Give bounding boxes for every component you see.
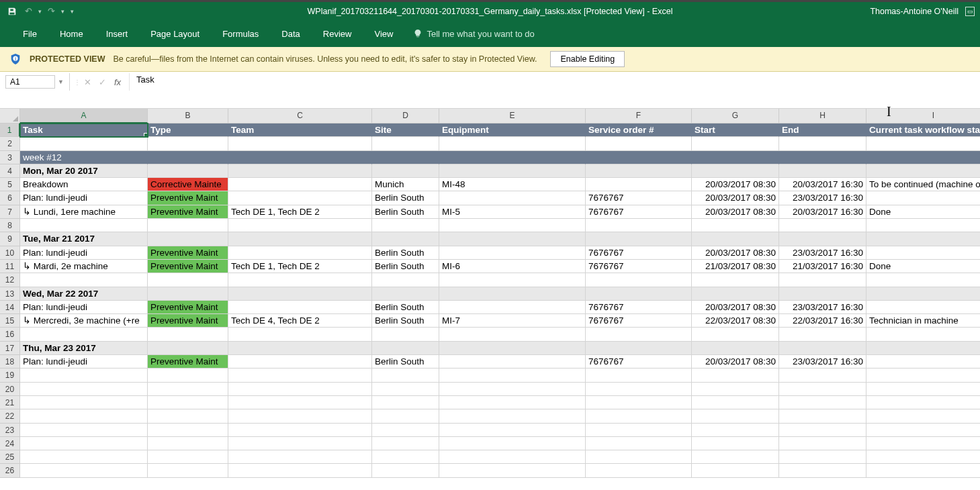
tab-formulas[interactable]: Formulas bbox=[213, 25, 268, 43]
cell-D24[interactable] bbox=[372, 437, 439, 450]
cell-A21[interactable] bbox=[20, 396, 148, 409]
column-header-I[interactable]: I bbox=[866, 109, 980, 124]
cell-A13[interactable]: Wed, Mar 22 2017 bbox=[20, 287, 148, 301]
redo-dropdown-icon[interactable]: ▾ bbox=[60, 8, 64, 15]
cell-G6[interactable]: 20/03/2017 08:30 bbox=[692, 191, 779, 205]
cell-G24[interactable] bbox=[692, 437, 779, 450]
tab-data[interactable]: Data bbox=[272, 25, 309, 43]
cell-I16[interactable] bbox=[866, 328, 980, 341]
cell-F25[interactable] bbox=[586, 450, 692, 464]
column-header-G[interactable]: G bbox=[692, 109, 779, 124]
cell-I11[interactable]: Done bbox=[866, 260, 980, 273]
cell-D8[interactable] bbox=[372, 219, 439, 232]
cell-E11[interactable]: MI-6 bbox=[439, 260, 586, 273]
cell-H21[interactable] bbox=[779, 396, 866, 409]
cell-E22[interactable] bbox=[439, 409, 586, 423]
cell-I13[interactable] bbox=[866, 287, 980, 301]
user-name[interactable]: Thomas-Antoine O'Neill bbox=[870, 7, 959, 16]
cell-D19[interactable] bbox=[372, 369, 439, 382]
row-header-10[interactable]: 10 bbox=[0, 246, 20, 260]
cell-C5[interactable] bbox=[228, 178, 372, 191]
cell-F24[interactable] bbox=[586, 437, 692, 450]
undo-dropdown-icon[interactable]: ▾ bbox=[38, 8, 42, 15]
cell-F4[interactable] bbox=[586, 164, 692, 178]
cell-B7[interactable]: Preventive Maint bbox=[148, 205, 228, 219]
cell-D7[interactable]: Berlin South bbox=[372, 205, 439, 219]
cell-B21[interactable] bbox=[148, 396, 228, 409]
row-header-21[interactable]: 21 bbox=[0, 396, 20, 409]
cell-E14[interactable] bbox=[439, 301, 586, 314]
cell-F13[interactable] bbox=[586, 287, 692, 301]
row-header-6[interactable]: 6 bbox=[0, 191, 20, 205]
cell-H10[interactable]: 23/03/2017 16:30 bbox=[779, 246, 866, 260]
cell-C9[interactable] bbox=[228, 232, 372, 246]
cell-G18[interactable]: 20/03/2017 08:30 bbox=[692, 355, 779, 369]
cell-H16[interactable] bbox=[779, 328, 866, 341]
formula-input[interactable]: Task bbox=[130, 73, 980, 91]
cell-H22[interactable] bbox=[779, 409, 866, 423]
cell-E8[interactable] bbox=[439, 219, 586, 232]
cell-A16[interactable] bbox=[20, 328, 148, 341]
cell-A1[interactable]: Task bbox=[20, 124, 148, 137]
cell-G1[interactable]: Start bbox=[692, 124, 779, 137]
cell-F3[interactable] bbox=[586, 151, 692, 164]
cell-B2[interactable] bbox=[148, 137, 228, 150]
cell-C26[interactable] bbox=[228, 464, 372, 477]
cell-D2[interactable] bbox=[372, 137, 439, 150]
cell-B5[interactable]: Corrective Mainte bbox=[148, 178, 228, 191]
cell-A25[interactable] bbox=[20, 450, 148, 464]
cell-D14[interactable]: Berlin South bbox=[372, 301, 439, 314]
cell-I25[interactable] bbox=[866, 450, 980, 464]
cell-D1[interactable]: Site bbox=[372, 124, 439, 137]
cell-B24[interactable] bbox=[148, 437, 228, 450]
cell-C4[interactable] bbox=[228, 164, 372, 178]
cell-F15[interactable]: 7676767 bbox=[586, 314, 692, 328]
cell-A22[interactable] bbox=[20, 409, 148, 423]
cell-E23[interactable] bbox=[439, 424, 586, 437]
cell-A10[interactable]: Plan: lundi-jeudi bbox=[20, 246, 148, 260]
cell-A4[interactable]: Mon, Mar 20 2017 bbox=[20, 164, 148, 178]
cell-G15[interactable]: 22/03/2017 08:30 bbox=[692, 314, 779, 328]
cell-H20[interactable] bbox=[779, 383, 866, 396]
cell-I18[interactable] bbox=[866, 355, 980, 369]
cell-D9[interactable] bbox=[372, 232, 439, 246]
cell-B17[interactable] bbox=[148, 342, 228, 355]
cell-G25[interactable] bbox=[692, 450, 779, 464]
cell-D22[interactable] bbox=[372, 409, 439, 423]
tell-me-search[interactable]: Tell me what you want to do bbox=[413, 29, 534, 39]
fx-icon[interactable]: fx bbox=[110, 77, 125, 87]
cell-B8[interactable] bbox=[148, 219, 228, 232]
cell-A12[interactable] bbox=[20, 273, 148, 287]
cell-E10[interactable] bbox=[439, 246, 586, 260]
qat-customize-icon[interactable]: ▾ bbox=[70, 8, 74, 15]
enable-editing-button[interactable]: Enable Editing bbox=[550, 51, 625, 67]
row-header-25[interactable]: 25 bbox=[0, 450, 20, 464]
cell-H3[interactable] bbox=[779, 151, 866, 164]
cell-D12[interactable] bbox=[372, 273, 439, 287]
row-header-5[interactable]: 5 bbox=[0, 178, 20, 191]
cell-D21[interactable] bbox=[372, 396, 439, 409]
cell-F7[interactable]: 7676767 bbox=[586, 205, 692, 219]
cell-F2[interactable] bbox=[586, 137, 692, 150]
cell-B22[interactable] bbox=[148, 409, 228, 423]
cell-A20[interactable] bbox=[20, 383, 148, 396]
cell-D26[interactable] bbox=[372, 464, 439, 477]
cell-E20[interactable] bbox=[439, 383, 586, 396]
cell-D4[interactable] bbox=[372, 164, 439, 178]
cell-I10[interactable] bbox=[866, 246, 980, 260]
cell-H19[interactable] bbox=[779, 369, 866, 382]
column-header-B[interactable]: B bbox=[148, 109, 228, 124]
cell-H9[interactable] bbox=[779, 232, 866, 246]
cell-F17[interactable] bbox=[586, 342, 692, 355]
row-header-11[interactable]: 11 bbox=[0, 260, 20, 273]
cell-I20[interactable] bbox=[866, 383, 980, 396]
cell-A9[interactable]: Tue, Mar 21 2017 bbox=[20, 232, 148, 246]
cell-E26[interactable] bbox=[439, 464, 586, 477]
save-icon[interactable] bbox=[5, 5, 19, 18]
cell-A24[interactable] bbox=[20, 437, 148, 450]
cell-I1[interactable]: Current task workflow state bbox=[866, 124, 980, 137]
cell-G13[interactable] bbox=[692, 287, 779, 301]
cell-E6[interactable] bbox=[439, 191, 586, 205]
cell-B16[interactable] bbox=[148, 328, 228, 341]
cell-D3[interactable] bbox=[372, 151, 439, 164]
